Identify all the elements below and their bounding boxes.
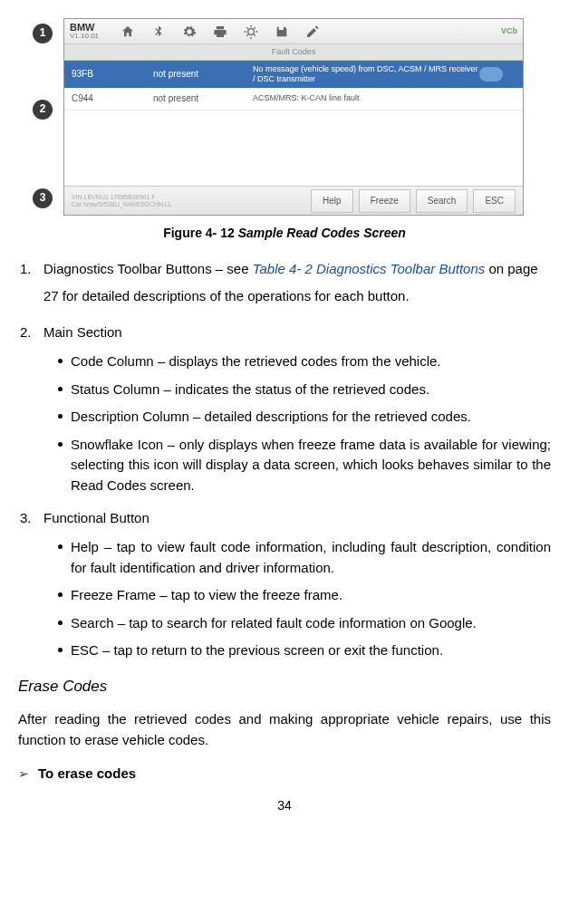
- erase-codes-paragraph: After reading the retrieved codes and ma…: [18, 709, 551, 750]
- brand-block: BMW V1.10.01: [70, 23, 99, 40]
- table-reference-link[interactable]: Table 4- 2 Diagnostics Toolbar Buttons: [253, 261, 486, 276]
- task-label: To erase codes: [38, 763, 136, 784]
- functional-footer: VIN LBVNU1 17085B36961 F Car bmw/5/528Li…: [64, 186, 523, 215]
- search-button[interactable]: Search: [416, 189, 468, 213]
- text: Diagnostics Toolbar Buttons – see: [43, 261, 253, 276]
- text: Main Section: [43, 324, 122, 340]
- code-rows: 93FB not present No message (vehicle spe…: [64, 61, 523, 186]
- triangle-bullet-icon: ➢: [18, 764, 29, 784]
- pencil-icon[interactable]: [305, 24, 320, 39]
- brand-version: V1.10.01: [70, 33, 99, 40]
- callout-badge-2: 2: [33, 100, 53, 120]
- list-item: Functional Button Help – tap to view fau…: [43, 505, 551, 661]
- vin-line2: Car bmw/5/528Li_N46/E60/CHN LL: [72, 201, 305, 208]
- help-button[interactable]: Help: [311, 189, 353, 213]
- snowflake-icon[interactable]: [479, 67, 503, 82]
- vin-info: VIN LBVNU1 17085B36961 F Car bmw/5/528Li…: [72, 194, 305, 207]
- callout-list: Diagnostics Toolbar Buttons – see Table …: [18, 255, 551, 661]
- code-cell: 93FB: [72, 67, 153, 82]
- bullet-item: Code Column – displays the retrieved cod…: [58, 351, 551, 372]
- caption-prefix: Figure 4- 12: [163, 226, 235, 240]
- code-cell: C944: [72, 91, 153, 106]
- bluetooth-icon[interactable]: [151, 24, 166, 39]
- erase-codes-heading: Erase Codes: [18, 674, 551, 698]
- main-section-bullets: Code Column – displays the retrieved cod…: [43, 351, 551, 496]
- status-cell: not present: [153, 67, 253, 82]
- breadcrumb-bar: Fault Codes: [64, 44, 523, 61]
- list-item: Main Section Code Column – displays the …: [43, 319, 551, 496]
- home-icon[interactable]: [121, 24, 135, 39]
- toolbar-status: VCb: [501, 24, 517, 37]
- save-icon[interactable]: [275, 24, 289, 39]
- gear-icon[interactable]: [182, 24, 197, 39]
- table-row[interactable]: 93FB not present No message (vehicle spe…: [64, 61, 523, 88]
- table-row[interactable]: C944 not present ACSM/MRS: K-CAN line fa…: [64, 88, 523, 111]
- status-cell: not present: [153, 91, 253, 106]
- bullet-item: Description Column – detailed descriptio…: [58, 407, 551, 428]
- text: Functional Button: [43, 510, 149, 525]
- task-to-erase-codes: ➢ To erase codes: [18, 763, 551, 784]
- desc-cell: ACSM/MRS: K-CAN line fault: [253, 93, 479, 103]
- esc-button[interactable]: ESC: [473, 189, 516, 213]
- page-number: 34: [18, 795, 551, 815]
- diagnostics-toolbar: BMW V1.10.01 VCb: [64, 19, 523, 44]
- functional-button-bullets: Help – tap to view fault code informatio…: [43, 537, 551, 661]
- freeze-button[interactable]: Freeze: [359, 189, 410, 213]
- bullet-item: Search – tap to search for related fault…: [58, 613, 551, 634]
- figure-read-codes: 1 2 3 BMW V1.10.01 VCb Fault Codes 93FB: [63, 18, 524, 216]
- bullet-item: Snowflake Icon – only displays when free…: [58, 435, 551, 496]
- bullet-item: Freeze Frame – tap to view the freeze fr…: [58, 585, 551, 606]
- figure-caption: Figure 4- 12 Sample Read Codes Screen: [18, 223, 551, 243]
- caption-title: Sample Read Codes Screen: [238, 226, 406, 240]
- brightness-icon[interactable]: [244, 24, 258, 39]
- vin-line1: VIN LBVNU1 17085B36961 F: [72, 194, 305, 201]
- callout-badge-1: 1: [33, 24, 53, 43]
- breadcrumb-label: Fault Codes: [272, 45, 316, 58]
- callout-badge-3: 3: [33, 188, 53, 208]
- print-icon[interactable]: [213, 24, 227, 39]
- device-screenshot: BMW V1.10.01 VCb Fault Codes 93FB not pr…: [63, 18, 524, 216]
- desc-cell: No message (vehicle speed) from DSC, ACS…: [253, 64, 479, 84]
- list-item: Diagnostics Toolbar Buttons – see Table …: [43, 255, 551, 310]
- bullet-item: ESC – tap to return to the previous scre…: [58, 640, 551, 661]
- bullet-item: Help – tap to view fault code informatio…: [58, 537, 551, 578]
- bullet-item: Status Column – indicates the status of …: [58, 380, 551, 400]
